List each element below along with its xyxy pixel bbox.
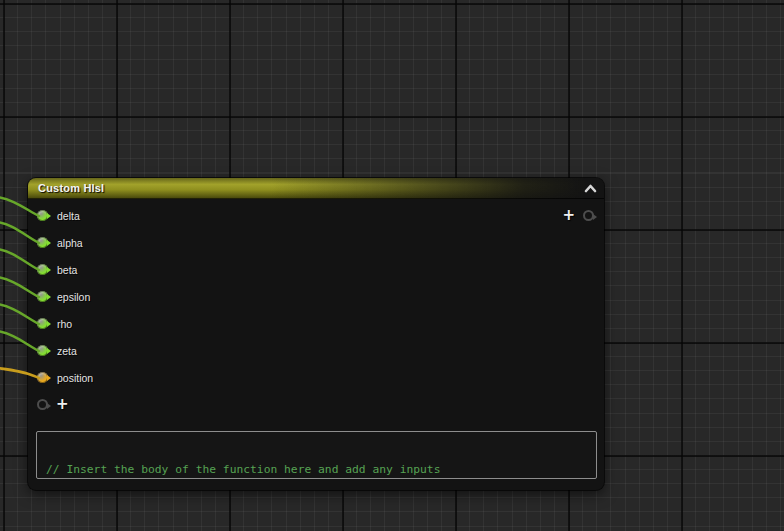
- pin-label: zeta: [57, 345, 77, 357]
- input-pin-row: alpha: [28, 229, 604, 256]
- output-pin[interactable]: [583, 210, 594, 221]
- pin-label: position: [57, 372, 93, 384]
- input-pin[interactable]: [37, 318, 48, 329]
- graph-canvas[interactable]: Custom Hlsl delta alpha beta epsilon rho…: [0, 0, 784, 531]
- comment-line: // Insert the body of the function here …: [46, 463, 596, 477]
- add-input-row: +: [37, 391, 69, 418]
- pin-label: beta: [57, 264, 77, 276]
- input-pin[interactable]: [37, 345, 48, 356]
- node-header[interactable]: Custom Hlsl: [28, 178, 604, 199]
- input-pin[interactable]: [37, 237, 48, 248]
- chevron-up-icon[interactable]: [584, 184, 597, 193]
- input-pin-row: rho: [28, 310, 604, 337]
- input-pin-row: beta: [28, 256, 604, 283]
- pin-label: epsilon: [57, 291, 90, 303]
- add-output-pin-button[interactable]: +: [562, 210, 575, 221]
- input-pin-row: epsilon: [28, 283, 604, 310]
- node-title: Custom Hlsl: [28, 178, 104, 199]
- input-pin-row: position: [28, 364, 604, 391]
- input-pin[interactable]: [37, 264, 48, 275]
- pin-label: delta: [57, 210, 80, 222]
- code-comment-box[interactable]: // Insert the body of the function here …: [36, 431, 597, 479]
- new-input-pin[interactable]: [37, 399, 48, 410]
- pin-label: rho: [57, 318, 72, 330]
- custom-hlsl-node[interactable]: Custom Hlsl delta alpha beta epsilon rho…: [28, 178, 604, 490]
- input-pin[interactable]: [37, 372, 48, 383]
- input-pin-row: zeta: [28, 337, 604, 364]
- pin-label: alpha: [57, 237, 83, 249]
- input-pin[interactable]: [37, 291, 48, 302]
- output-pin-row: +: [562, 202, 604, 229]
- add-input-pin-button[interactable]: +: [56, 399, 69, 410]
- input-pin[interactable]: [37, 210, 48, 221]
- input-pin-row: delta: [28, 202, 604, 229]
